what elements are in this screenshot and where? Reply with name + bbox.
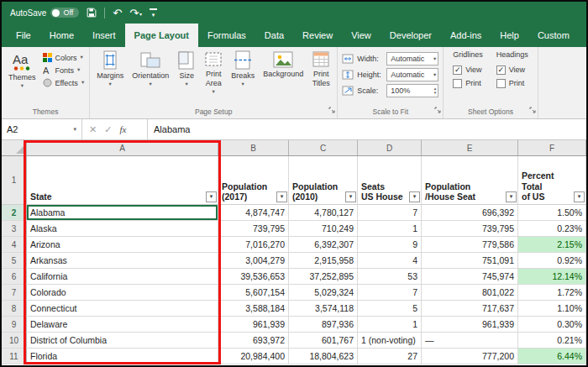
tab-formulas[interactable]: Formulas <box>198 24 255 47</box>
redo-button[interactable]: ↷▾ <box>129 8 142 18</box>
cell-e3[interactable]: 739,795 <box>422 221 518 236</box>
tab-review[interactable]: Review <box>293 24 342 47</box>
column-header-b[interactable]: B <box>218 140 289 155</box>
cell-a2[interactable]: Alabama <box>27 205 218 220</box>
column-header-f[interactable]: F <box>518 140 586 155</box>
fonts-button[interactable]: AFonts▾ <box>43 66 85 75</box>
column-header-c[interactable]: C <box>289 140 358 155</box>
cell-b5[interactable]: 3,004,279 <box>218 253 289 268</box>
row-header-2[interactable]: 2 <box>2 205 27 220</box>
width-field[interactable]: Automatic▾ <box>386 52 438 66</box>
filter-button[interactable]: ▾ <box>345 191 356 202</box>
header-cell-e1[interactable]: Population /House Seat▾ <box>422 156 518 204</box>
tab-developer[interactable]: Developer <box>381 24 441 47</box>
cell-d9[interactable]: 1 <box>358 317 422 332</box>
cell-d5[interactable]: 4 <box>358 253 422 268</box>
cell-c7[interactable]: 5,029,324 <box>289 285 358 300</box>
column-header-e[interactable]: E <box>422 140 518 155</box>
cell-c4[interactable]: 6,392,307 <box>289 237 358 252</box>
print-titles-button[interactable]: Print Titles <box>307 48 334 106</box>
autosave-toggle[interactable]: AutoSave Off <box>10 8 79 18</box>
height-field[interactable]: Automatic▾ <box>386 68 438 81</box>
cell-f5[interactable]: 0.92% <box>518 253 586 268</box>
enter-button[interactable]: ✓ <box>104 124 112 135</box>
effects-button[interactable]: Effects▾ <box>43 78 85 87</box>
undo-button[interactable]: ↶ <box>113 8 122 18</box>
cell-d3[interactable]: 1 <box>358 221 422 236</box>
margins-button[interactable]: Margins▾ <box>92 48 128 106</box>
tab-file[interactable]: File <box>7 24 40 47</box>
name-box[interactable]: A2 ▾ <box>2 119 82 139</box>
tab-data[interactable]: Data <box>255 24 293 47</box>
cell-b6[interactable]: 39,536,653 <box>218 269 289 284</box>
cell-a8[interactable]: Connecticut <box>27 301 218 316</box>
cell-c2[interactable]: 4,780,127 <box>289 205 358 220</box>
tab-help[interactable]: Help <box>491 24 528 47</box>
size-button[interactable]: Size▾ <box>173 48 200 106</box>
scale-field[interactable]: 100%▴▾ <box>386 84 438 97</box>
cell-f11[interactable]: 6.44% <box>518 349 586 364</box>
cell-d11[interactable]: 27 <box>358 349 422 364</box>
row-header-8[interactable]: 8 <box>2 301 27 316</box>
cell-c3[interactable]: 710,249 <box>289 221 358 236</box>
tab-custom[interactable]: Custom <box>528 24 579 47</box>
cell-b9[interactable]: 961,939 <box>218 317 289 332</box>
column-header-d[interactable]: D <box>358 140 422 155</box>
row-header-1[interactable]: 1 <box>2 156 27 204</box>
cell-a9[interactable]: Delaware <box>27 317 218 332</box>
cell-f9[interactable]: 0.30% <box>518 317 586 332</box>
cell-c5[interactable]: 2,915,958 <box>289 253 358 268</box>
cell-c10[interactable]: 601,767 <box>289 333 358 348</box>
cell-e4[interactable]: 779,586 <box>422 237 518 252</box>
filter-button[interactable]: ▾ <box>506 191 517 202</box>
cell-e7[interactable]: 801,022 <box>422 285 518 300</box>
gridlines-view-checkbox[interactable]: View <box>453 63 483 76</box>
orientation-button[interactable]: Orientation▾ <box>128 48 173 106</box>
background-button[interactable]: Background <box>259 48 307 106</box>
cell-b4[interactable]: 7,016,270 <box>218 237 289 252</box>
cell-d7[interactable]: 7 <box>358 285 422 300</box>
cell-c6[interactable]: 37,252,895 <box>289 269 358 284</box>
column-header-a[interactable]: A <box>27 140 218 155</box>
cell-c8[interactable]: 3,574,118 <box>289 301 358 316</box>
tab-home[interactable]: Home <box>40 24 83 47</box>
tab-page-layout[interactable]: Page Layout <box>125 24 198 47</box>
filter-button[interactable]: ▾ <box>276 191 287 202</box>
cell-e2[interactable]: 696,392 <box>422 205 518 220</box>
cell-f4[interactable]: 2.15% <box>518 237 586 252</box>
row-header-4[interactable]: 4 <box>2 237 27 252</box>
cell-b7[interactable]: 5,607,154 <box>218 285 289 300</box>
cell-e9[interactable]: 961,939 <box>422 317 518 332</box>
cell-b8[interactable]: 3,588,184 <box>218 301 289 316</box>
insert-function-button[interactable]: fx <box>119 124 126 134</box>
cell-d6[interactable]: 53 <box>358 269 422 284</box>
header-cell-d1[interactable]: Seats US House▾ <box>358 156 422 204</box>
header-cell-a1[interactable]: State▾ <box>27 156 218 204</box>
print-area-button[interactable]: Print Area▾ <box>200 48 227 106</box>
cell-c11[interactable]: 18,804,623 <box>289 349 358 364</box>
cell-a10[interactable]: District of Columbia <box>27 333 218 348</box>
tab-view[interactable]: View <box>342 24 381 47</box>
cell-a6[interactable]: California <box>27 269 218 284</box>
row-header-6[interactable]: 6 <box>2 269 27 284</box>
cell-e5[interactable]: 751,091 <box>422 253 518 268</box>
sheet-options-dialog-launcher-icon[interactable] <box>529 102 536 116</box>
row-header-10[interactable]: 10 <box>2 333 27 348</box>
headings-print-checkbox[interactable]: Print <box>496 76 528 90</box>
filter-button[interactable]: ▾ <box>574 191 585 202</box>
cell-a11[interactable]: Florida <box>27 349 218 364</box>
cell-f8[interactable]: 1.10% <box>518 301 586 316</box>
cell-f3[interactable]: 0.23% <box>518 221 586 236</box>
cell-c9[interactable]: 897,936 <box>289 317 358 332</box>
cell-e6[interactable]: 745,974 <box>422 269 518 284</box>
cell-e10[interactable]: — <box>422 333 518 348</box>
cell-d8[interactable]: 5 <box>358 301 422 316</box>
cell-d4[interactable]: 9 <box>358 237 422 252</box>
cell-b10[interactable]: 693,972 <box>218 333 289 348</box>
cell-d10[interactable]: 1 (non-voting) <box>358 333 422 348</box>
cell-b11[interactable]: 20,984,400 <box>218 349 289 364</box>
cell-d2[interactable]: 7 <box>358 205 422 220</box>
filter-button[interactable]: ▾ <box>206 191 217 202</box>
cell-e11[interactable]: 777,200 <box>422 349 518 364</box>
gridlines-print-checkbox[interactable]: Print <box>453 76 483 90</box>
